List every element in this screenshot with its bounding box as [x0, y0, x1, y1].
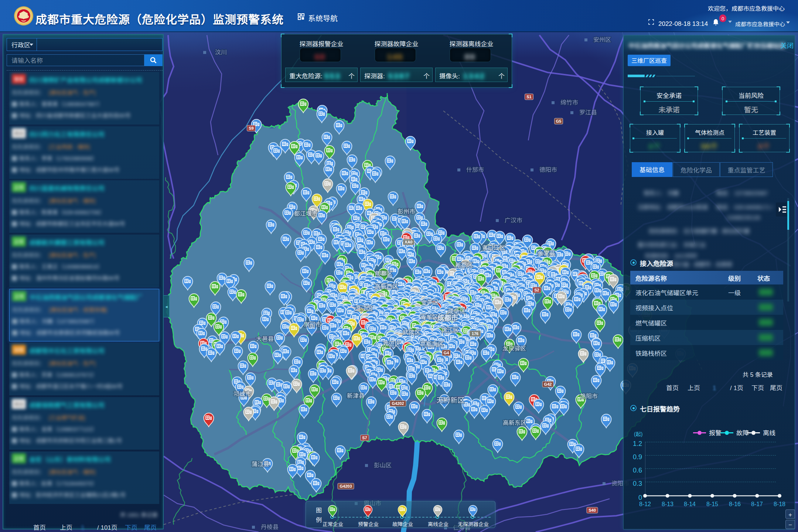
svg-text:罗江县: 罗江县 [579, 108, 597, 116]
svg-text:简阳市: 简阳市 [580, 391, 598, 400]
svg-text:S7: S7 [362, 434, 367, 440]
svg-text:S40: S40 [589, 507, 596, 513]
svg-text:金牛区: 金牛区 [421, 297, 439, 306]
svg-text:什邡市: 什邡市 [466, 165, 484, 174]
svg-text:G4: G4 [444, 349, 450, 355]
svg-text:XA0: XA0 [405, 239, 412, 245]
svg-text:G5: G5 [556, 118, 562, 124]
svg-text:G4203: G4203 [340, 483, 352, 489]
svg-text:G4202: G4202 [392, 400, 404, 406]
svg-text:176: 176 [472, 330, 478, 336]
svg-text:温江区: 温江区 [355, 304, 373, 313]
svg-text:高新东区: 高新东区 [503, 418, 526, 427]
svg-text:G42: G42 [544, 381, 552, 387]
svg-text:新津县: 新津县 [347, 391, 365, 400]
svg-text:双流区: 双流区 [383, 339, 400, 348]
svg-text:绵竹市: 绵竹市 [560, 98, 578, 106]
svg-text:丹棱县: 丹棱县 [261, 522, 279, 531]
svg-text:武侯区: 武侯区 [403, 327, 420, 336]
svg-text:广汉市: 广汉市 [505, 215, 522, 224]
svg-text:安州区: 安州区 [593, 35, 611, 44]
svg-text:天府新区: 天府新区 [436, 395, 464, 405]
svg-text:S2: S2 [534, 287, 539, 293]
svg-text:彭州市: 彭州市 [398, 207, 415, 215]
svg-text:彭山区: 彭山区 [374, 460, 392, 469]
svg-text:都江堰市: 都江堰市 [294, 209, 318, 218]
svg-text:郫都区: 郫都区 [375, 269, 393, 277]
svg-text:邛崃市: 邛崃市 [233, 389, 251, 398]
svg-text:高新西区: 高新西区 [375, 282, 398, 290]
svg-text:大邑县: 大邑县 [256, 334, 274, 343]
svg-text:青白江区: 青白江区 [482, 243, 505, 252]
svg-text:锦江区: 锦江区 [441, 325, 459, 334]
svg-text:新都区: 新都区 [455, 260, 473, 269]
svg-text:金堂县: 金堂县 [538, 248, 555, 257]
svg-text:成都市: 成都市 [437, 312, 458, 322]
svg-text:S1: S1 [526, 93, 531, 99]
svg-text:S9: S9 [249, 125, 253, 131]
svg-text:蒲江县: 蒲江县 [252, 459, 269, 468]
svg-text:德阳市: 德阳市 [539, 165, 557, 174]
svg-text:龙泉驿区: 龙泉驿区 [502, 344, 526, 352]
svg-text:高新南区: 高新南区 [420, 339, 444, 348]
svg-text:崇州市: 崇州市 [304, 320, 321, 328]
svg-text:青羊区: 青羊区 [420, 312, 438, 321]
svg-text:汶川: 汶川 [215, 47, 227, 56]
